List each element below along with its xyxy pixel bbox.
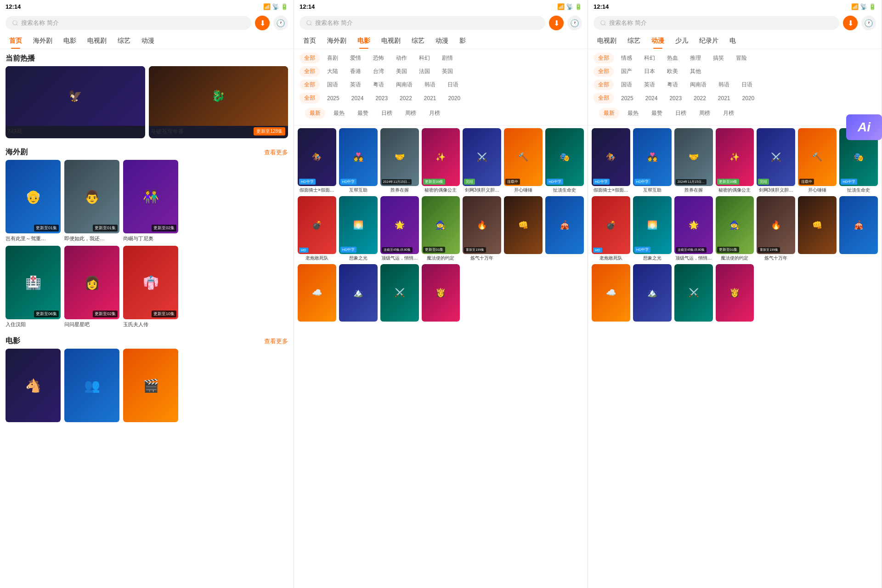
anime-item-16[interactable]: ⚔️ (674, 264, 713, 323)
movie-item-2[interactable]: 🤝2024年11月15日… 胜券在握 (380, 128, 419, 193)
filter-horror[interactable]: 恐怖 (368, 53, 389, 63)
hot-item-1[interactable]: 🐉 更新至128集 斗破苍穹年番 (149, 66, 288, 138)
filter-fr[interactable]: 法国 (414, 66, 435, 77)
filter-all-region[interactable]: 全部 (300, 66, 320, 77)
filter3-other[interactable]: 其他 (685, 66, 706, 77)
history-button-3[interactable]: 🕐 (861, 16, 876, 30)
movie-item-5[interactable]: 🔨连载中 开心锤锤 (504, 128, 543, 193)
download-button[interactable]: ⬇ (255, 16, 270, 30)
movie-item-16[interactable]: ⚔️ (380, 264, 419, 323)
filter-drama[interactable]: 剧情 (437, 53, 458, 63)
tab2-film[interactable]: 影 (454, 33, 471, 49)
movie-item-11[interactable]: 🔥重新至199集 炼气十万年 (463, 196, 501, 261)
filter-romance[interactable]: 爱情 (345, 53, 366, 63)
filter3-mandarin[interactable]: 国语 (616, 79, 637, 90)
history-button[interactable]: 🕐 (273, 16, 288, 30)
tab3-tv[interactable]: 电视剧 (592, 33, 622, 49)
movie-item-4[interactable]: ⚔️完结 剑网3侠肝义胆… (463, 128, 501, 193)
tab2-movie[interactable]: 电影 (352, 33, 376, 49)
filter-hk[interactable]: 香港 (345, 66, 366, 77)
movie-item-0[interactable]: 🏇HD中字 假面骑士×假面… (298, 128, 336, 193)
filter-2024[interactable]: 2024 (347, 94, 368, 103)
filter-cantonese[interactable]: 粤语 (368, 79, 389, 90)
foreign-card-5[interactable]: 👘 更新至10集 玉氏夫人传 (123, 246, 178, 328)
filter-mandarin[interactable]: 国语 (322, 79, 343, 90)
filter3-emotion[interactable]: 情感 (616, 53, 637, 63)
sort3-weekly[interactable]: 周榜 (695, 108, 715, 119)
filter-japanese[interactable]: 日语 (443, 79, 463, 90)
tab2-variety[interactable]: 综艺 (406, 33, 430, 49)
anime-item-15[interactable]: 🏔️ (633, 264, 672, 323)
filter-uk[interactable]: 英国 (437, 66, 458, 77)
tab2-home[interactable]: 首页 (298, 33, 322, 49)
hot-item-0[interactable]: 🦅 749局 (6, 66, 145, 138)
movie-item-6[interactable]: 🎭HD中字 扯淡生命史 (545, 128, 584, 193)
tab-home[interactable]: 首页 (4, 33, 28, 49)
anime-item-10[interactable]: 🧙更新至01集 魔法使的约定 (716, 196, 754, 261)
sort3-monthly[interactable]: 月榜 (718, 108, 739, 119)
foreign-card-0[interactable]: 👴 更新至01集 岂有此里～驾重… (6, 160, 61, 242)
filter3-hotblood[interactable]: 热血 (662, 53, 683, 63)
tab3-anime[interactable]: 动漫 (646, 33, 670, 49)
movie-item-7[interactable]: 💣HD 老炮敢死队 (298, 196, 336, 261)
sort-monthly[interactable]: 月榜 (424, 108, 445, 119)
filter3-western[interactable]: 欧美 (662, 66, 683, 77)
anime-item-1[interactable]: 💑HD中字 互帮互助 (633, 128, 672, 193)
movie-card-1[interactable]: 👥 (64, 349, 119, 422)
filter-english[interactable]: 英语 (345, 79, 366, 90)
filter-2025[interactable]: 2025 (322, 94, 344, 103)
tab2-foreign[interactable]: 海外剧 (322, 33, 352, 49)
tab-movie[interactable]: 电影 (58, 33, 82, 49)
foreign-card-3[interactable]: 🏥 更新至06集 入住汉阳 (6, 246, 61, 328)
foreign-card-1[interactable]: 👨 更新至01集 即便如此，我还… (64, 160, 119, 242)
filter3-english[interactable]: 英语 (639, 79, 660, 90)
movie-item-3[interactable]: ✨更新至39集 秘密的偶像公主 (422, 128, 460, 193)
anime-item-0[interactable]: 🏇HD中字 假面骑士×假面… (592, 128, 630, 193)
sort-newest[interactable]: 最新 (305, 108, 325, 119)
tab-anime[interactable]: 动漫 (136, 33, 160, 49)
movie-item-12[interactable]: 👊 (504, 196, 543, 261)
tab3-docu[interactable]: 纪录片 (694, 33, 724, 49)
filter3-2021[interactable]: 2021 (713, 94, 735, 103)
movie-item-9[interactable]: 🌟连载至45集/共80集 顶级气运，悄悄… (380, 196, 419, 261)
tab2-anime[interactable]: 动漫 (430, 33, 454, 49)
filter3-domestic[interactable]: 国产 (616, 66, 637, 77)
filter-comedy[interactable]: 喜剧 (322, 53, 343, 63)
filter-taiwan[interactable]: 台湾 (368, 66, 389, 77)
tab3-variety[interactable]: 综艺 (622, 33, 646, 49)
foreign-view-more[interactable]: 查看更多 (264, 148, 288, 157)
anime-item-4[interactable]: ⚔️完结 剑网3侠肝义胆… (757, 128, 795, 193)
sort-weekly[interactable]: 周榜 (401, 108, 421, 119)
filter-all-lang[interactable]: 全部 (300, 79, 320, 90)
sort-daily[interactable]: 日榜 (377, 108, 397, 119)
filter-2023[interactable]: 2023 (371, 94, 392, 103)
filter3-all-genre[interactable]: 全部 (594, 53, 614, 63)
movie-card-0[interactable]: 🐴 (6, 349, 61, 422)
anime-item-11[interactable]: 🔥重新至199集 炼气十万年 (757, 196, 795, 261)
filter3-2022[interactable]: 2022 (689, 94, 711, 103)
filter-us[interactable]: 美国 (391, 66, 412, 77)
movie-item-13[interactable]: 🎪 (545, 196, 584, 261)
filter3-all-lang[interactable]: 全部 (594, 79, 614, 90)
movie-item-8[interactable]: 🌅HD中字 想象之光 (339, 196, 378, 261)
tab3-kids[interactable]: 少儿 (670, 33, 694, 49)
tab3-other[interactable]: 电 (724, 33, 741, 49)
filter-action[interactable]: 动作 (391, 53, 412, 63)
tab-variety[interactable]: 综艺 (112, 33, 136, 49)
filter-all-genre[interactable]: 全部 (300, 53, 320, 63)
filter3-2025[interactable]: 2025 (616, 94, 638, 103)
filter-mainland[interactable]: 大陆 (322, 66, 343, 77)
movie-item-14[interactable]: ☁️ (298, 264, 336, 323)
movie-item-1[interactable]: 💑HD中字 互帮互助 (339, 128, 378, 193)
filter3-all-year[interactable]: 全部 (594, 93, 614, 103)
sort3-daily[interactable]: 日榜 (671, 108, 691, 119)
filter-korean[interactable]: 韩语 (420, 79, 440, 90)
ai-badge[interactable]: Ai (846, 114, 882, 140)
anime-item-13[interactable]: 🎪 (839, 196, 878, 261)
anime-item-12[interactable]: 👊 (798, 196, 837, 261)
search-input-3[interactable]: 搜索名称 简介 (594, 16, 839, 30)
anime-item-17[interactable]: 👸 (716, 264, 754, 323)
anime-item-3[interactable]: ✨更新至39集 秘密的偶像公主 (716, 128, 754, 193)
filter3-korean[interactable]: 韩语 (714, 79, 734, 90)
filter3-minnan[interactable]: 闽南语 (685, 79, 711, 90)
